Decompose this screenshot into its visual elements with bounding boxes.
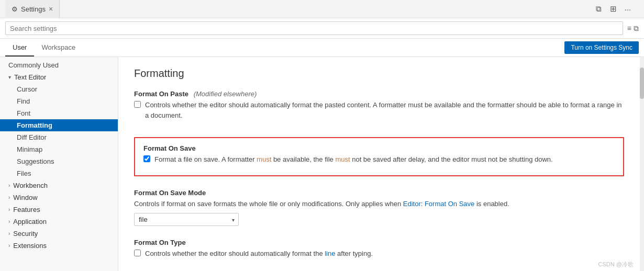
tab-user[interactable]: User bbox=[5, 39, 34, 57]
sidebar-item-label: Minimap bbox=[17, 145, 42, 153]
sidebar-item-label: Diff Editor bbox=[17, 133, 47, 141]
sidebar-item-suggestions[interactable]: Suggestions bbox=[0, 155, 118, 167]
sidebar-item-cursor[interactable]: Cursor bbox=[0, 83, 118, 95]
sidebar-item-label: Find bbox=[17, 97, 30, 105]
chevron-right-icon: › bbox=[8, 195, 10, 200]
format-on-save-row: Format a file on save. A formatter must … bbox=[143, 154, 615, 169]
sidebar-item-commonly-used[interactable]: Commonly Used bbox=[0, 59, 118, 71]
list-icon[interactable]: ≡ bbox=[627, 24, 631, 33]
sidebar-item-files[interactable]: Files bbox=[0, 167, 118, 179]
sidebar-item-find[interactable]: Find bbox=[0, 95, 118, 107]
page-title: Formatting bbox=[134, 67, 624, 80]
sidebar-item-label: Font bbox=[17, 109, 30, 117]
format-on-save-mode-description: Controls if format on save formats the w… bbox=[134, 199, 624, 209]
format-on-type-description: Controls whether the editor should autom… bbox=[145, 249, 373, 259]
sidebar-item-label: Features bbox=[13, 206, 40, 213]
close-tab-button[interactable]: × bbox=[49, 5, 53, 13]
chevron-right-icon: › bbox=[8, 183, 10, 188]
sidebar: Commonly Used ▾ Text Editor Cursor Find … bbox=[0, 57, 118, 271]
settings-tab-title: Settings bbox=[21, 5, 46, 13]
setting-label-format-on-paste: Format On Paste (Modified elsewhere) bbox=[134, 90, 624, 98]
format-on-type-checkbox[interactable] bbox=[134, 250, 141, 256]
chevron-right-icon: › bbox=[8, 243, 10, 249]
watermark: CSDN @冷歌 bbox=[598, 261, 634, 268]
tab-workspace[interactable]: Workspace bbox=[34, 39, 83, 57]
chevron-down-icon: ▾ bbox=[8, 74, 11, 80]
setting-label-format-on-type: Format On Type bbox=[134, 239, 624, 246]
tab-bar: ⚙ Settings × ⧉ ⊞ ··· bbox=[0, 0, 644, 18]
format-on-paste-description: Controls whether the editor should autom… bbox=[145, 100, 624, 120]
chevron-right-icon: › bbox=[8, 231, 10, 236]
sidebar-item-window[interactable]: › Window bbox=[0, 191, 118, 204]
filter-icon[interactable]: ⧉ bbox=[634, 24, 639, 33]
sidebar-item-workbench[interactable]: › Workbench bbox=[0, 179, 118, 191]
main-layout: Commonly Used ▾ Text Editor Cursor Find … bbox=[0, 57, 644, 271]
sidebar-item-label: Suggestions bbox=[17, 157, 54, 165]
sidebar-item-label: Workbench bbox=[13, 182, 48, 189]
scroll-thumb[interactable] bbox=[640, 67, 644, 99]
format-on-save-checkbox[interactable] bbox=[143, 155, 150, 162]
layout-icon[interactable]: ⊞ bbox=[607, 3, 619, 15]
sidebar-item-minimap[interactable]: Minimap bbox=[0, 143, 118, 155]
search-input[interactable] bbox=[5, 21, 623, 35]
modified-tag: (Modified elsewhere) bbox=[194, 90, 257, 98]
format-on-save-link[interactable]: Editor: Format On Save bbox=[403, 200, 475, 208]
sidebar-item-label: Extensions bbox=[13, 242, 47, 250]
sidebar-item-label: Cursor bbox=[17, 85, 37, 93]
format-on-paste-row: Controls whether the editor should autom… bbox=[134, 100, 624, 125]
setting-format-on-save: Format On Save Format a file on save. A … bbox=[134, 137, 624, 176]
sidebar-item-label: Application bbox=[13, 218, 47, 225]
setting-format-on-paste: Format On Paste (Modified elsewhere) Con… bbox=[134, 90, 624, 125]
setting-format-on-save-mode: Format On Save Mode Controls if format o… bbox=[134, 189, 624, 227]
sidebar-item-application[interactable]: › Application bbox=[0, 216, 118, 228]
setting-format-on-type: Format On Type Controls whether the edit… bbox=[134, 239, 624, 263]
sidebar-item-security[interactable]: › Security bbox=[0, 228, 118, 240]
settings-tab[interactable]: ⚙ Settings × bbox=[5, 0, 60, 18]
sidebar-item-font[interactable]: Font bbox=[0, 107, 118, 119]
settings-tabs-row: User Workspace Turn on Settings Sync bbox=[0, 39, 644, 57]
sidebar-item-text-editor[interactable]: ▾ Text Editor bbox=[0, 71, 118, 83]
sync-button[interactable]: Turn on Settings Sync bbox=[564, 41, 639, 54]
sidebar-item-label: Commonly Used bbox=[8, 61, 59, 69]
format-on-save-description: Format a file on save. A formatter must … bbox=[154, 154, 553, 165]
settings-tab-icon: ⚙ bbox=[12, 5, 18, 13]
format-on-paste-checkbox[interactable] bbox=[134, 101, 141, 108]
search-bar: ≡ ⧉ bbox=[0, 18, 644, 39]
format-on-save-mode-select[interactable]: file modifications modificationsIfAvaila… bbox=[134, 213, 239, 226]
sidebar-item-label: Files bbox=[17, 170, 31, 177]
sidebar-item-extensions[interactable]: › Extensions bbox=[0, 240, 118, 252]
sidebar-item-formatting[interactable]: Formatting bbox=[0, 119, 118, 131]
chevron-right-icon: › bbox=[8, 207, 10, 212]
sidebar-item-label: Formatting bbox=[17, 121, 52, 129]
format-on-save-mode-select-wrapper: file modifications modificationsIfAvaila… bbox=[134, 213, 239, 226]
sidebar-item-label: Window bbox=[13, 194, 37, 201]
scroll-track[interactable] bbox=[640, 57, 644, 271]
sidebar-item-features[interactable]: › Features bbox=[0, 204, 118, 216]
format-on-type-row: Controls whether the editor should autom… bbox=[134, 249, 624, 263]
setting-label-format-on-save: Format On Save bbox=[143, 144, 615, 152]
split-editor-icon[interactable]: ⧉ bbox=[593, 3, 604, 15]
content-area: Formatting Format On Paste (Modified els… bbox=[118, 57, 640, 271]
sidebar-item-diff-editor[interactable]: Diff Editor bbox=[0, 131, 118, 143]
chevron-right-icon: › bbox=[8, 219, 10, 224]
setting-label-format-on-save-mode: Format On Save Mode bbox=[134, 189, 624, 197]
sidebar-item-label: Security bbox=[13, 230, 38, 238]
more-actions-icon[interactable]: ··· bbox=[622, 3, 634, 15]
sidebar-item-label: Text Editor bbox=[14, 73, 46, 81]
